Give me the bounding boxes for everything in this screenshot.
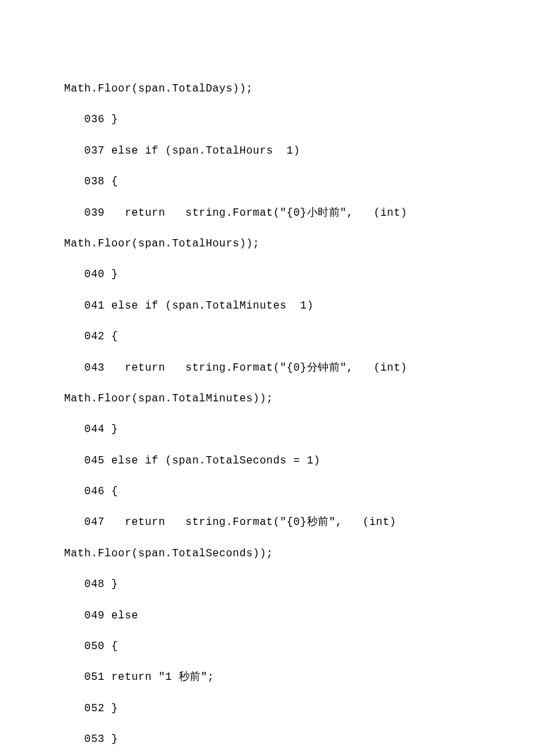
code-line: Math.Floor(span.TotalDays)); <box>64 73 470 104</box>
code-line: 040 } <box>64 259 470 290</box>
code-line: 046 { <box>64 476 470 507</box>
code-line: 050 { <box>64 631 470 662</box>
code-line: 036 } <box>64 104 470 135</box>
code-line: 048 } <box>64 569 470 600</box>
code-line: Math.Floor(span.TotalSeconds)); <box>64 538 470 569</box>
code-line: 053 } <box>64 724 470 755</box>
code-line: 041 else if (span.TotalMinutes 1) <box>64 291 470 321</box>
code-line: 044 } <box>64 414 470 445</box>
code-line: 049 else <box>64 600 470 631</box>
code-line: 045 else if (span.TotalSeconds = 1) <box>64 445 470 476</box>
code-line: 039 return string.Format("{0}小时前", (int) <box>64 198 470 228</box>
code-line: 047 return string.Format("{0}秒前", (int) <box>64 507 470 538</box>
code-line: 042 { <box>64 321 470 352</box>
code-line: 043 return string.Format("{0}分钟前", (int) <box>64 353 470 383</box>
code-line: 037 else if (span.TotalHours 1) <box>64 136 470 166</box>
code-line: Math.Floor(span.TotalMinutes)); <box>64 383 470 414</box>
document-page: Math.Floor(span.TotalDays)); 036 } 037 e… <box>0 0 534 756</box>
code-line: 051 return "1 秒前"; <box>64 662 470 693</box>
code-line: 038 { <box>64 166 470 197</box>
code-line: 052 } <box>64 693 470 724</box>
code-line: Math.Floor(span.TotalHours)); <box>64 228 470 259</box>
